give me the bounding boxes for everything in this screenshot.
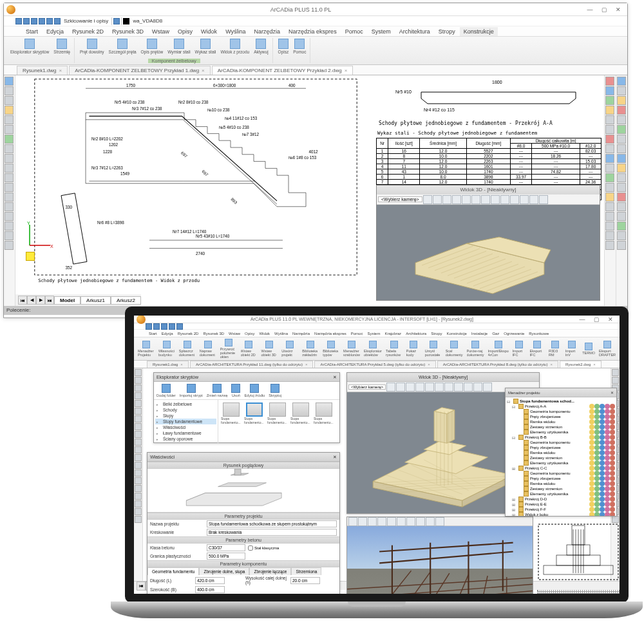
menu-item[interactable]: Edycja — [43, 27, 68, 36]
tool-icon[interactable] — [135, 469, 142, 477]
tree-item[interactable]: ⊞Przekrój F-F — [507, 507, 615, 512]
explorer-button[interactable]: Edytuj źródło — [243, 383, 266, 398]
qa-icon[interactable] — [161, 323, 167, 330]
menu-item[interactable]: Wyślina — [272, 331, 290, 336]
tool-icon[interactable] — [5, 241, 14, 250]
menu-item[interactable]: Konstrukcje — [460, 27, 498, 36]
menu-item[interactable]: System — [368, 27, 395, 36]
tree-item[interactable]: Stopy fundamentowe — [155, 419, 216, 424]
tool-icon[interactable] — [605, 222, 614, 231]
tool-icon[interactable] — [605, 231, 614, 240]
menu-item[interactable]: Wstaw — [227, 331, 242, 336]
menu-item[interactable]: Architektura — [404, 331, 428, 336]
tool-icon[interactable] — [617, 212, 626, 221]
ribbon-button[interactable]: Własności budynku — [157, 340, 176, 357]
render-icon[interactable] — [435, 517, 444, 526]
hatch-select[interactable] — [207, 529, 337, 536]
ribbon-button[interactable]: Import/Eksport ArCon — [487, 340, 510, 357]
project-tree[interactable]: ⊟Stopa fundamentowa schod...⊟Przekrój A-… — [506, 397, 616, 516]
ribbon-button[interactable]: R3D3 RM — [547, 340, 563, 357]
tree-item[interactable]: Ramka widoku — [507, 450, 615, 455]
ribbon-button[interactable]: Eksplorator obiektów — [363, 340, 383, 357]
ribbon-button[interactable]: Umyśl pozostałe — [424, 340, 443, 357]
tab-nav[interactable]: ⏮ — [137, 582, 146, 591]
menu-item[interactable]: Narzędzia — [251, 27, 285, 36]
document-tab[interactable]: ArCADia-ARCHITEKTURA Przykład 5.dwg (tyl… — [314, 361, 435, 368]
menu-item[interactable]: Pomoc — [341, 27, 367, 36]
tab-nav-prev[interactable]: ◀ — [27, 296, 36, 305]
tool-icon[interactable] — [135, 431, 142, 438]
prop-tab[interactable]: Geometria fundamentu — [147, 567, 199, 575]
ribbon-button[interactable]: Eksport DRAFTER — [598, 340, 617, 357]
menu-item[interactable]: Narzędzia ekspres — [312, 331, 348, 336]
camera-select[interactable]: <Wybierz kamerę> — [348, 384, 386, 390]
menu-item[interactable]: Rysunek 2D — [176, 331, 201, 336]
tool-icon[interactable] — [135, 439, 142, 446]
menu-item[interactable]: Narzędzia — [290, 331, 312, 336]
tool-icon[interactable] — [5, 212, 14, 221]
tool-icon[interactable] — [135, 377, 142, 384]
tool-icon[interactable] — [135, 493, 142, 500]
menu-item[interactable]: Gaz — [490, 331, 501, 336]
thumb-item[interactable]: Stopa fundamento... — [290, 402, 311, 424]
v3d-icon[interactable] — [406, 383, 415, 392]
ribbon-button[interactable]: Biblioteka typów — [321, 340, 341, 357]
ribbon-button[interactable]: Pręt dowolny — [79, 38, 106, 55]
tool-icon[interactable] — [5, 106, 14, 115]
tool-icon[interactable] — [135, 485, 142, 492]
tool-icon[interactable] — [612, 369, 619, 376]
tool-icon[interactable] — [617, 231, 626, 240]
tree-item[interactable]: Ławy fundamentowe — [155, 430, 216, 436]
tool-icon[interactable] — [135, 446, 142, 453]
ribbon-button[interactable]: Scal dokumenty — [444, 340, 464, 357]
v3d-icon[interactable] — [481, 195, 490, 204]
tool-icon[interactable] — [5, 183, 14, 192]
ribbon-button[interactable]: TERMO — [581, 342, 596, 355]
ribbon-button[interactable]: Strzemię — [52, 38, 71, 55]
document-tab[interactable]: Rysunek2.dwg× — [560, 361, 601, 368]
document-tab[interactable]: ArCADia-KOMPONENT ZELBETOWY Przykład 1.d… — [69, 66, 211, 75]
classic-steel-checkbox[interactable] — [248, 545, 253, 551]
v3d-icon[interactable] — [435, 383, 444, 392]
v3d-icon[interactable] — [454, 383, 463, 392]
tool-icon[interactable] — [617, 154, 626, 163]
tree-item[interactable]: ⊟Przekrój B-B — [507, 435, 615, 440]
v3d-icon[interactable] — [471, 195, 480, 204]
menu-item[interactable]: Architektura — [395, 27, 434, 36]
tree-item[interactable]: Pręty zbrojeniowe — [507, 445, 615, 450]
tool-icon[interactable] — [5, 222, 14, 231]
tool-icon[interactable] — [605, 173, 614, 182]
tool-icon[interactable] — [5, 154, 14, 163]
ribbon-button[interactable]: Import IFC — [511, 340, 527, 357]
tool-icon[interactable] — [617, 144, 626, 153]
ribbon-button[interactable]: Wstaw obiekt 2D — [240, 340, 259, 357]
ribbon-button[interactable]: Wstaw obiekt 3D — [260, 340, 279, 357]
tool-icon[interactable] — [135, 415, 142, 422]
tool-icon[interactable] — [605, 164, 614, 173]
tool-icon[interactable] — [612, 377, 619, 384]
tool-icon[interactable] — [617, 77, 626, 86]
tool-icon[interactable] — [135, 516, 142, 523]
tool-icon[interactable] — [5, 164, 14, 173]
tree-item[interactable]: ⊞Przekrój C-C — [507, 466, 615, 471]
tool-icon[interactable] — [605, 154, 614, 163]
v3d-icon[interactable] — [491, 195, 500, 204]
tree-item[interactable]: Słupy — [155, 413, 216, 419]
render-canvas[interactable] — [347, 526, 533, 594]
v3d-icon[interactable] — [444, 383, 453, 392]
tree-item[interactable]: Schody — [155, 407, 216, 413]
tool-icon[interactable] — [5, 173, 14, 182]
render-icon[interactable] — [348, 517, 357, 526]
explorer-button[interactable]: Zmień nazwę — [205, 383, 229, 398]
layer-field[interactable]: wa_VDA8D8 — [133, 18, 162, 24]
tree-item[interactable]: Elementy użytkownika — [507, 430, 615, 435]
layout-tab[interactable]: Model — [54, 296, 80, 305]
tree-item[interactable]: Geometria komponentu — [507, 471, 615, 476]
menu-item[interactable]: Pomoc — [349, 331, 365, 336]
ribbon-button[interactable]: Biblioteka zakładzin — [301, 340, 320, 357]
tool-icon[interactable] — [135, 384, 142, 392]
tool-icon[interactable] — [135, 454, 142, 461]
render-icon[interactable] — [406, 517, 415, 526]
menu-item[interactable]: Opisy — [243, 331, 256, 336]
ribbon-button[interactable]: Eksport IFC — [529, 340, 547, 357]
